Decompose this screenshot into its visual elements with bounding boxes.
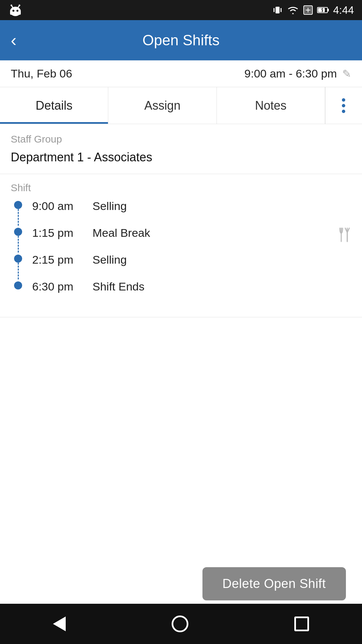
wifi-icon [287,5,299,15]
shift-section: Shift 9:00 am Selling 1:15 pm Meal Break [0,174,362,317]
timeline-time-2: 2:15 pm [32,253,93,266]
svg-rect-10 [281,8,282,12]
nav-back-icon [53,616,66,631]
timeline-activity-0: Selling [93,199,351,213]
divider-2 [0,317,362,317]
timeline-dot-1 [14,228,22,236]
nav-back-button[interactable] [53,616,66,631]
tab-details[interactable]: Details [0,87,108,124]
tab-more-button[interactable] [325,87,362,124]
vibrate-icon [272,5,283,15]
edit-time-icon[interactable]: ✎ [342,67,351,80]
timeline-line-1 [18,236,19,253]
svg-point-6 [11,5,12,6]
app-header: ‹ Open Shifts [0,20,362,60]
timeline-left-3 [11,281,25,289]
battery-icon [317,6,329,14]
staff-group-value: Department 1 - Associates [0,148,362,174]
svg-point-3 [16,10,18,12]
status-bar: 4:44 [0,0,362,20]
timeline-left-2 [11,255,25,279]
timeline-time-3: 6:30 pm [32,279,93,293]
timeline-time-0: 9:00 am [32,199,93,213]
nav-bar [0,604,362,644]
timeline-item-2: 2:15 pm Selling [11,253,351,279]
more-dots-icon [342,98,345,113]
nav-recent-icon [294,616,309,631]
nav-home-icon [172,615,188,632]
svg-point-2 [12,10,14,12]
nav-recent-button[interactable] [294,616,309,631]
timeline-dot-3 [14,281,22,289]
nav-home-button[interactable] [172,615,188,632]
meal-break-icon [338,226,351,243]
android-icon [8,3,23,17]
timeline-item-0: 9:00 am Selling [11,199,351,226]
timeline-line-2 [18,263,19,279]
timeline-activity-2: Selling [93,253,351,266]
time-range-container: 9:00 am - 6:30 pm ✎ [244,67,351,80]
timeline-activity-3: Shift Ends [93,279,351,293]
tab-assign[interactable]: Assign [108,87,217,124]
timeline-left-1 [11,228,25,253]
svg-rect-8 [276,7,280,13]
timeline-item-3: 6:30 pm Shift Ends [11,279,351,306]
meal-icon-container [338,226,351,243]
content-area: Staff Group Department 1 - Associates Sh… [0,124,362,317]
shift-time-range: 9:00 am - 6:30 pm [244,67,337,80]
staff-group-label: Staff Group [0,124,362,148]
back-button[interactable]: ‹ [11,32,16,49]
svg-rect-9 [274,8,275,12]
signal-icon [303,5,313,15]
timeline-item-1: 1:15 pm Meal Break [11,226,351,253]
bottom-actions: Delete Open Shift [202,567,346,600]
tabs-bar: Details Assign Notes [0,87,362,124]
status-bar-right: 4:44 [272,4,354,16]
timeline-dot-0 [14,201,22,209]
timeline-line-0 [18,209,19,226]
shift-timeline: 9:00 am Selling 1:15 pm Meal Break [0,199,362,317]
staff-group-section: Staff Group Department 1 - Associates [0,124,362,174]
tab-notes[interactable]: Notes [217,87,325,124]
shift-section-label: Shift [0,174,362,199]
timeline-activity-1: Meal Break [93,226,338,239]
date-time-row: Thu, Feb 06 9:00 am - 6:30 pm ✎ [0,60,362,87]
svg-rect-16 [327,9,329,11]
timeline-left-0 [11,201,25,226]
delete-open-shift-button[interactable]: Delete Open Shift [202,567,346,600]
status-time: 4:44 [333,4,354,16]
shift-date: Thu, Feb 06 [11,67,72,80]
svg-rect-1 [10,10,21,15]
timeline-dot-2 [14,255,22,263]
page-title: Open Shifts [142,32,220,49]
svg-point-7 [19,5,20,6]
status-bar-left [8,3,23,17]
timeline-time-1: 1:15 pm [32,226,93,239]
svg-rect-17 [318,8,325,12]
